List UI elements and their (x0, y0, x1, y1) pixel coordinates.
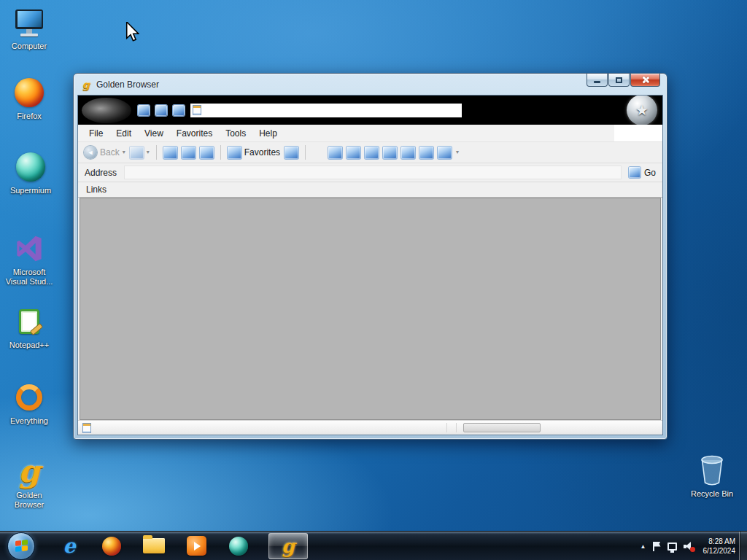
status-scrollbar-thumb[interactable] (463, 423, 541, 432)
windows-flag-icon (15, 540, 28, 552)
close-button[interactable] (630, 74, 660, 87)
refresh-button[interactable] (182, 147, 196, 159)
maximize-button[interactable] (608, 74, 630, 87)
menu-favorites[interactable]: Favorites (170, 125, 219, 141)
clock-date: 6/12/2024 (703, 546, 736, 556)
forward-icon (130, 147, 144, 159)
status-page-icon (82, 423, 91, 433)
desktop-icon-label: Firefox (1, 112, 57, 121)
menu-help[interactable]: Help (252, 125, 284, 141)
start-button[interactable] (7, 532, 35, 560)
links-label: Links (86, 184, 107, 195)
desktop-icon-firefox[interactable]: Firefox (1, 76, 57, 121)
stop-button[interactable] (163, 147, 177, 159)
window-body: ★ File Edit View Favorites Tools Help ◄ … (77, 95, 663, 435)
desktop-icon-label: Recycle Bin (684, 489, 740, 499)
toolbar-separator (156, 145, 157, 160)
status-bar (78, 420, 662, 435)
toolbar-icon-1[interactable] (328, 147, 342, 159)
desktop-icon-label: Notepad++ (1, 341, 57, 350)
taskbar-internet-explorer-button[interactable]: e (57, 534, 82, 559)
menu-edit[interactable]: Edit (109, 125, 138, 141)
desktop-icon-recycle-bin[interactable]: Recycle Bin (684, 454, 740, 499)
show-desktop-button[interactable] (739, 532, 747, 560)
computer-icon (1, 6, 57, 39)
taskbar-explorer-button[interactable] (142, 534, 166, 559)
desktop-icon-everything[interactable]: Everything (1, 381, 57, 426)
minimize-button[interactable] (587, 74, 608, 87)
menu-tools[interactable]: Tools (219, 125, 252, 141)
taskbar-apps: e g (57, 532, 308, 560)
desktop-icon-label: Microsoft Visual Stud... (1, 268, 57, 286)
back-icon: ◄ (84, 146, 97, 159)
toolbar-icon-4[interactable] (383, 147, 397, 159)
menu-right-panel (614, 125, 662, 141)
go-button[interactable]: Go (629, 167, 656, 178)
favorites-button[interactable]: Favorites (228, 147, 280, 159)
desktop: { "desktop": { "icons": [ { "label": "Co… (0, 0, 747, 560)
window-titlebar[interactable]: g Golden Browser (74, 74, 667, 95)
star-emblem: ★ (627, 95, 657, 125)
browser-header-band: ★ (78, 96, 662, 125)
favorites-icon (228, 147, 241, 159)
toolbar-separator (220, 145, 221, 160)
taskbar-golden-browser-button[interactable]: g (268, 533, 308, 559)
desktop-icon-notepadpp[interactable]: Notepad++ (1, 305, 57, 350)
band-icon-3[interactable] (173, 105, 185, 116)
golden-browser-icon: g (1, 455, 57, 489)
home-button[interactable] (200, 147, 214, 159)
taskbar-supermium-button[interactable] (226, 534, 251, 559)
toolbar-icon-5[interactable] (401, 147, 415, 159)
taskbar: e g ▲ 8:28 AM 6/12/2024 (0, 531, 747, 560)
folder-icon (143, 538, 165, 553)
back-label: Back (100, 147, 120, 158)
band-icon-2[interactable] (155, 105, 167, 116)
volume-muted-badge (690, 547, 695, 552)
history-button[interactable] (285, 147, 298, 159)
window-title: Golden Browser (96, 79, 159, 90)
golden-browser-icon: g (282, 537, 295, 556)
firefox-icon (102, 537, 121, 556)
clock-time: 8:28 AM (703, 537, 736, 547)
menu-file[interactable]: File (82, 125, 109, 141)
status-separator (456, 423, 457, 432)
mouse-cursor (125, 22, 139, 45)
toolbar-icon-2[interactable] (347, 147, 360, 159)
tray-expand-icon[interactable]: ▲ (640, 543, 646, 550)
supermium-icon (229, 537, 248, 556)
desktop-icon-supermium[interactable]: Supermium (3, 150, 58, 195)
menu-view[interactable]: View (138, 125, 170, 141)
quick-address-field[interactable] (190, 104, 462, 117)
caption-buttons (587, 74, 660, 87)
band-quick-icons (138, 105, 185, 116)
toolbar-icon-7[interactable] (438, 147, 452, 159)
desktop-icon-visual-studio[interactable]: Microsoft Visual Stud... (1, 232, 57, 286)
back-dropdown-icon[interactable]: ▾ (123, 149, 125, 155)
action-center-icon[interactable] (653, 542, 661, 551)
address-bar: Address Go (78, 163, 662, 182)
address-input[interactable] (124, 166, 622, 179)
page-content-area[interactable] (80, 198, 661, 420)
taskbar-firefox-button[interactable] (99, 534, 124, 559)
go-label: Go (644, 168, 656, 178)
toolbar-icon-6[interactable] (419, 147, 433, 159)
desktop-icon-golden-browser[interactable]: g Golden Browser (1, 455, 57, 509)
tray-clock[interactable]: 8:28 AM 6/12/2024 (703, 537, 736, 556)
forward-button[interactable]: ▾ (130, 147, 150, 159)
quick-address-input[interactable] (201, 104, 460, 116)
toolbar-icon-3[interactable] (365, 147, 379, 159)
golden-browser-window: g Golden Browser ★ (73, 73, 667, 440)
forward-dropdown-icon[interactable]: ▾ (147, 149, 150, 155)
links-bar[interactable]: Links (78, 182, 662, 198)
visual-studio-icon (1, 232, 57, 265)
network-icon[interactable] (667, 542, 677, 551)
band-icon-1[interactable] (138, 105, 150, 116)
desktop-icon-computer[interactable]: Computer (1, 6, 57, 51)
taskbar-media-player-button[interactable] (184, 534, 209, 559)
favorites-label: Favorites (244, 147, 280, 158)
volume-icon[interactable] (684, 542, 694, 551)
toolbar-overflow-icon[interactable]: ▾ (456, 149, 459, 155)
supermium-icon (3, 150, 58, 184)
back-button[interactable]: ◄ Back ▾ (84, 146, 125, 159)
everything-icon (1, 381, 57, 414)
